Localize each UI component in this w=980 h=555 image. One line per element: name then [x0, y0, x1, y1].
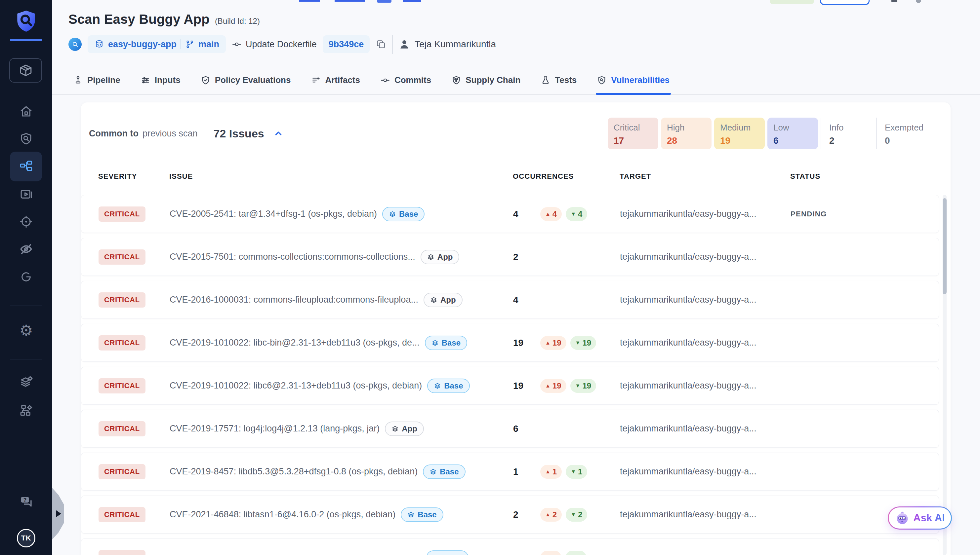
issue-title[interactable]: CVE-2019-1010022: libc6@2.31-13+deb11u3 … [170, 380, 422, 391]
help-chat-icon[interactable]: ? [19, 494, 34, 509]
issue-title[interactable]: CVE-2019-8457: libdb5.3@5.3.28+dfsg1-0.8… [170, 467, 418, 477]
severity-cell: CRITICAL [98, 378, 170, 393]
home-icon[interactable] [19, 104, 34, 119]
target-icon[interactable] [19, 214, 34, 229]
commit-sha-chip[interactable]: 9b349ce [323, 35, 370, 53]
page-title: Scan Easy Buggy App [68, 12, 210, 27]
severity-card-count: 0 [885, 135, 933, 146]
target-name: tejakummarikuntla/easy-buggy-a... [620, 509, 756, 519]
severity-badge: CRITICAL [98, 464, 145, 480]
severity-card-high[interactable]: High 28 [661, 118, 711, 149]
issue-title[interactable]: CVE-2016-1000031: commons-fileupload:com… [170, 295, 418, 305]
severity-badge: CRITICAL [98, 550, 145, 555]
occurrence-count: 1 [513, 467, 536, 477]
table-row[interactable]: CRITICAL CVE-2015-7501: commons-collecti… [81, 238, 939, 276]
panel-expander-handle[interactable] [52, 488, 64, 540]
severity-badge: CRITICAL [98, 421, 145, 436]
delta-down-badge: 19 [570, 379, 597, 393]
chevron-up-icon[interactable] [274, 128, 283, 138]
severity-card-info[interactable]: Info 2 [821, 118, 874, 149]
copy-icon[interactable] [376, 39, 386, 50]
delta-down-badge: 4 [566, 207, 587, 221]
tab-label: Artifacts [325, 75, 360, 85]
layers-icon [433, 554, 440, 555]
occurrence-count: 2 [513, 252, 536, 262]
scope-pill: Base [401, 507, 443, 522]
severity-card-label: Critical [614, 123, 652, 133]
user-avatar[interactable]: TK [17, 529, 35, 547]
target-name: tejakummarikuntla/easy-buggy-a... [620, 295, 756, 305]
table-row[interactable]: CRITICAL CVE-2016-1000031: commons-fileu… [81, 281, 939, 319]
integrations-icon[interactable] [19, 403, 34, 418]
repo-branch-chip[interactable]: easy-buggy-app main [88, 35, 226, 53]
vulnerabilities-panel: Common to previous scan 72 Issues Critic… [81, 103, 951, 555]
ask-ai-label: Ask AI [913, 512, 945, 524]
table-row[interactable]: CRITICAL CVE-2005-2541: tar@1.34+dfsg-1 … [81, 195, 939, 233]
table-row[interactable]: CRITICAL CVE-2019-1010022: libc-bin@2.31… [81, 324, 939, 362]
ask-ai-button[interactable]: Ask AI [888, 507, 952, 529]
commits-tab-icon [381, 75, 390, 85]
occurrence-count: 4 [513, 295, 536, 305]
eye-off-icon[interactable] [19, 242, 34, 257]
author-group: Teja Kummarikuntla [399, 38, 496, 50]
tab-artifacts[interactable]: Artifacts [311, 66, 360, 94]
tab-label: Tests [555, 75, 577, 85]
tab-pipeline[interactable]: Pipeline [73, 66, 120, 94]
commit-message: Update Dockerfile [246, 39, 317, 50]
target-cell: tejakummarikuntla/easy-buggy-a... [620, 509, 790, 520]
scope-pill: App [423, 293, 463, 307]
severity-cell: CRITICAL [98, 464, 170, 480]
severity-card-low[interactable]: Low 6 [768, 118, 818, 149]
severity-card-exempted[interactable]: Exempted 0 [876, 118, 939, 149]
severity-card-count: 6 [773, 135, 812, 146]
tab-inputs[interactable]: Inputs [141, 66, 180, 94]
issue-title[interactable]: CVE-2015-7501: commons-collections:commo… [170, 252, 415, 262]
issue-title[interactable]: CVE-2005-2541: tar@1.34+dfsg-1 (os-pkgs,… [170, 209, 377, 219]
target-cell: tejakummarikuntla/easy-buggy-a... [620, 209, 790, 219]
pipeline-icon[interactable] [19, 159, 34, 174]
tab-vulnerabilities[interactable]: Vulnerabilities [597, 66, 669, 94]
app-box-icon[interactable] [9, 58, 42, 83]
table-row[interactable]: CRITICAL CVE-2021-46848: libtasn1-6@4.16… [81, 496, 939, 534]
occurrences-cell: 2 [513, 252, 620, 262]
target-cell: tejakummarikuntla/easy-buggy-a... [620, 467, 790, 477]
scope-pill: App [420, 250, 460, 264]
issue-title[interactable]: CVE-2019-1010022: libc-bin@2.31-13+deb11… [170, 338, 420, 348]
table-row[interactable]: CRITICAL Base [81, 539, 939, 555]
runs-icon[interactable] [19, 187, 34, 202]
power-icon[interactable] [19, 269, 34, 284]
sidebar-divider [10, 359, 42, 359]
repo-name[interactable]: easy-buggy-app [108, 39, 177, 50]
table-row[interactable]: CRITICAL CVE-2019-8457: libdb5.3@5.3.28+… [81, 452, 939, 491]
occurrence-count: 4 [513, 209, 536, 219]
layers-icon [391, 425, 399, 432]
issues-count: 72 Issues [214, 127, 264, 140]
scan-shield-icon[interactable] [19, 131, 34, 146]
severity-card-medium[interactable]: Medium 19 [714, 118, 765, 149]
occurrence-count: 19 [513, 380, 536, 391]
occurrences-cell [513, 551, 620, 555]
filter-common-to-label[interactable]: Common to [89, 128, 138, 139]
settings-gear-icon[interactable]: ⚙ [19, 323, 34, 338]
branch-name[interactable]: main [198, 39, 219, 50]
tab-supply-chain[interactable]: Supply Chain [452, 66, 520, 94]
commit-message-group[interactable]: Update Dockerfile [232, 39, 317, 50]
layers-icon [431, 339, 439, 346]
filter-scope-label[interactable]: previous scan [143, 128, 198, 139]
severity-badge: CRITICAL [98, 292, 145, 308]
scrollbar-thumb[interactable] [943, 198, 946, 294]
tab-commits[interactable]: Commits [381, 66, 431, 94]
severity-badge: CRITICAL [98, 507, 145, 522]
issue-cell: CVE-2021-46848: libtasn1-6@4.16.0-2 (os-… [170, 507, 513, 522]
table-row[interactable]: CRITICAL CVE-2019-17571: log4j:log4j@1.2… [81, 410, 939, 448]
tab-policy-evaluations[interactable]: Policy Evaluations [201, 66, 291, 94]
severity-card-critical[interactable]: Critical 17 [608, 118, 658, 149]
layers-config-icon[interactable] [19, 375, 34, 390]
tab-tests[interactable]: Tests [541, 66, 577, 94]
author-name: Teja Kummarikuntla [415, 39, 496, 50]
issue-title[interactable]: CVE-2019-17571: log4j:log4j@1.2.13 (lang… [170, 423, 380, 434]
brand-shield-logo[interactable] [16, 9, 37, 34]
issue-title[interactable]: CVE-2021-46848: libtasn1-6@4.16.0-2 (os-… [170, 509, 396, 520]
table-row[interactable]: CRITICAL CVE-2019-1010022: libc6@2.31-13… [81, 367, 939, 405]
severity-cell: CRITICAL [98, 421, 170, 436]
